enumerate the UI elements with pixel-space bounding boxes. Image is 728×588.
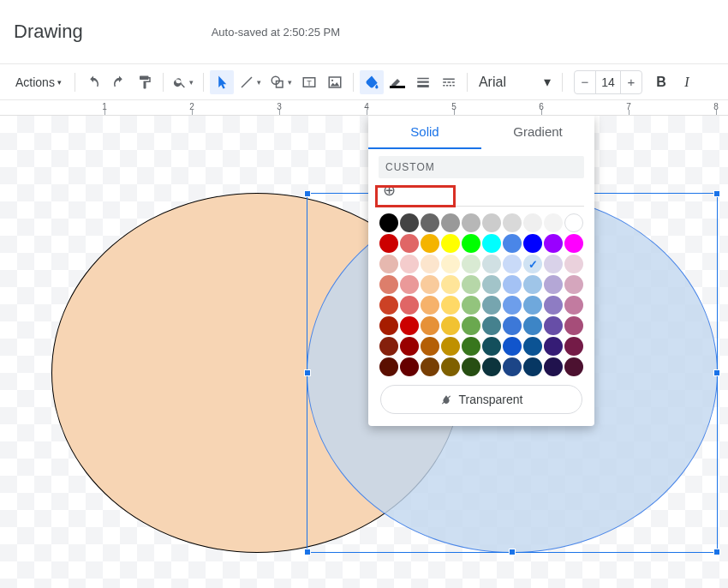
color-swatch[interactable] bbox=[544, 337, 563, 356]
color-swatch[interactable] bbox=[400, 296, 419, 315]
color-swatch[interactable] bbox=[379, 255, 398, 273]
color-swatch[interactable] bbox=[564, 337, 583, 356]
fill-color-button[interactable] bbox=[360, 70, 384, 94]
color-swatch[interactable] bbox=[544, 234, 563, 253]
color-swatch[interactable] bbox=[482, 234, 501, 253]
color-swatch[interactable] bbox=[503, 337, 522, 356]
color-swatch[interactable] bbox=[421, 234, 439, 253]
color-swatch[interactable] bbox=[503, 213, 522, 232]
color-swatch[interactable] bbox=[379, 275, 398, 294]
color-swatch[interactable] bbox=[400, 234, 419, 253]
color-swatch[interactable] bbox=[421, 337, 439, 356]
bold-button[interactable]: B bbox=[649, 70, 673, 94]
color-swatch[interactable] bbox=[544, 275, 563, 294]
font-family-select[interactable]: Arial ▾ bbox=[474, 74, 556, 90]
resize-handle-ne[interactable] bbox=[713, 190, 720, 197]
color-swatch[interactable] bbox=[544, 316, 563, 335]
color-swatch[interactable] bbox=[441, 316, 460, 335]
font-size-increase[interactable]: + bbox=[621, 71, 641, 93]
color-swatch[interactable] bbox=[400, 255, 419, 273]
color-swatch[interactable] bbox=[400, 275, 419, 294]
color-swatch[interactable] bbox=[482, 296, 501, 315]
color-swatch[interactable] bbox=[523, 337, 542, 356]
resize-handle-sw[interactable] bbox=[304, 549, 311, 555]
color-swatch[interactable] bbox=[482, 213, 501, 232]
color-swatch[interactable] bbox=[482, 357, 501, 376]
color-swatch[interactable] bbox=[503, 234, 522, 253]
color-swatch[interactable] bbox=[379, 213, 398, 232]
paint-format-button[interactable] bbox=[133, 70, 157, 94]
resize-handle-s[interactable] bbox=[509, 549, 516, 555]
resize-handle-se[interactable] bbox=[713, 549, 720, 555]
color-swatch[interactable] bbox=[421, 255, 439, 273]
color-swatch[interactable] bbox=[544, 296, 563, 315]
color-swatch[interactable] bbox=[564, 234, 583, 253]
custom-section-header[interactable]: CUSTOM bbox=[379, 156, 584, 178]
color-swatch[interactable] bbox=[379, 316, 398, 335]
color-swatch[interactable] bbox=[462, 316, 480, 335]
resize-handle-e[interactable] bbox=[713, 369, 720, 376]
color-swatch[interactable] bbox=[544, 255, 563, 273]
color-swatch[interactable] bbox=[441, 296, 460, 315]
undo-button[interactable] bbox=[81, 70, 105, 94]
color-swatch[interactable] bbox=[462, 213, 480, 232]
color-swatch[interactable] bbox=[379, 296, 398, 315]
drawing-canvas[interactable]: Solid Gradient CUSTOM ⊕ ✓ Transparent bbox=[0, 116, 728, 588]
color-swatch[interactable] bbox=[564, 296, 583, 315]
color-swatch[interactable] bbox=[379, 234, 398, 253]
redo-button[interactable] bbox=[107, 70, 131, 94]
color-swatch[interactable] bbox=[523, 357, 542, 376]
color-swatch[interactable] bbox=[400, 357, 419, 376]
color-swatch[interactable] bbox=[523, 275, 542, 294]
image-tool[interactable] bbox=[323, 70, 347, 94]
color-swatch[interactable] bbox=[462, 275, 480, 294]
transparent-button[interactable]: Transparent bbox=[380, 385, 582, 414]
color-swatch[interactable] bbox=[482, 316, 501, 335]
color-swatch[interactable] bbox=[503, 275, 522, 294]
color-swatch[interactable] bbox=[379, 357, 398, 376]
color-swatch[interactable] bbox=[523, 234, 542, 253]
color-swatch[interactable] bbox=[421, 275, 439, 294]
resize-handle-nw[interactable] bbox=[304, 190, 311, 197]
color-swatch[interactable] bbox=[482, 275, 501, 294]
shape-tool[interactable]: ▾ bbox=[266, 70, 295, 94]
color-swatch[interactable] bbox=[503, 357, 522, 376]
textbox-tool[interactable]: T bbox=[297, 70, 321, 94]
border-weight-button[interactable] bbox=[411, 70, 435, 94]
italic-button[interactable]: I bbox=[675, 70, 699, 94]
color-swatch[interactable] bbox=[523, 296, 542, 315]
color-swatch[interactable] bbox=[544, 357, 563, 376]
color-swatch[interactable] bbox=[482, 337, 501, 356]
color-swatch[interactable] bbox=[421, 357, 439, 376]
color-swatch[interactable] bbox=[421, 296, 439, 315]
tab-solid[interactable]: Solid bbox=[368, 116, 481, 149]
color-swatch[interactable] bbox=[503, 316, 522, 335]
color-swatch[interactable]: ✓ bbox=[523, 255, 542, 273]
font-size-decrease[interactable]: − bbox=[575, 71, 595, 93]
color-swatch[interactable] bbox=[379, 337, 398, 356]
color-swatch[interactable] bbox=[462, 357, 480, 376]
font-size-input[interactable] bbox=[595, 71, 621, 93]
color-swatch[interactable] bbox=[462, 234, 480, 253]
color-swatch[interactable] bbox=[421, 316, 439, 335]
select-tool[interactable] bbox=[210, 70, 234, 94]
color-swatch[interactable] bbox=[503, 296, 522, 315]
line-tool[interactable]: ▾ bbox=[236, 70, 265, 94]
color-swatch[interactable] bbox=[503, 255, 522, 273]
resize-handle-w[interactable] bbox=[304, 369, 311, 376]
color-swatch[interactable] bbox=[462, 337, 480, 356]
color-swatch[interactable] bbox=[462, 296, 480, 315]
color-swatch[interactable] bbox=[400, 213, 419, 232]
color-swatch[interactable] bbox=[564, 275, 583, 294]
color-swatch[interactable] bbox=[482, 255, 501, 273]
color-swatch[interactable] bbox=[400, 337, 419, 356]
color-swatch[interactable] bbox=[441, 255, 460, 273]
color-swatch[interactable] bbox=[544, 213, 563, 232]
actions-menu[interactable]: Actions ▾ bbox=[9, 70, 69, 94]
zoom-button[interactable]: ▾ bbox=[170, 70, 197, 94]
color-swatch[interactable] bbox=[523, 316, 542, 335]
color-swatch[interactable] bbox=[523, 213, 542, 232]
color-swatch[interactable] bbox=[564, 213, 583, 232]
tab-gradient[interactable]: Gradient bbox=[481, 116, 594, 149]
color-swatch[interactable] bbox=[441, 234, 460, 253]
